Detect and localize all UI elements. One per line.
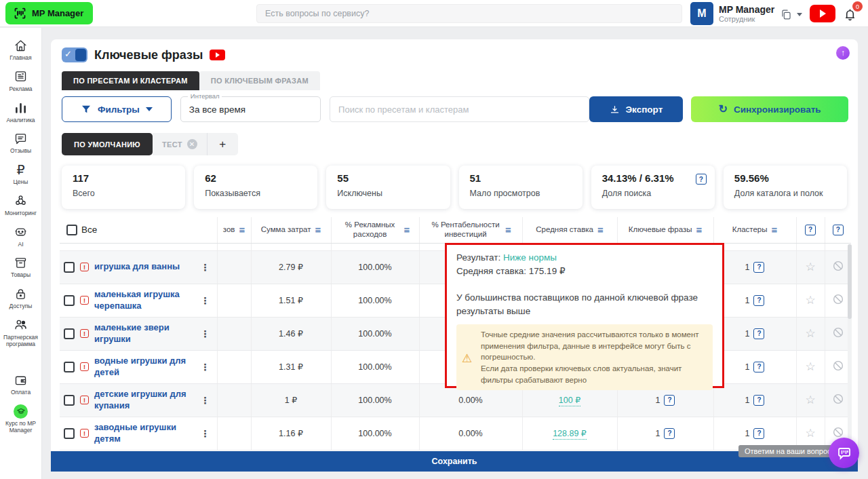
- row-checkbox[interactable]: [64, 362, 75, 372]
- exclude-icon[interactable]: [832, 293, 844, 307]
- help-icon[interactable]: ?: [753, 328, 764, 339]
- sidebar-item-partners[interactable]: Партнерская программа: [1, 318, 41, 348]
- row-checkbox[interactable]: [64, 428, 75, 439]
- filters-button[interactable]: Фильтры: [62, 96, 172, 122]
- help-icon[interactable]: ?: [805, 225, 816, 235]
- view-tabs: ПО ПРЕСЕТАМ И КЛАСТЕРАМ ПО КЛЮЧЕВЫМ ФРАЗ…: [62, 71, 320, 90]
- close-icon[interactable]: ✕: [187, 139, 197, 149]
- chat-button[interactable]: [829, 438, 859, 468]
- row-menu-icon[interactable]: ⋮: [197, 428, 214, 439]
- preset-tab-default[interactable]: ПО УМОЛЧАНИЮ: [62, 133, 153, 155]
- user-name: MP Manager: [719, 4, 774, 15]
- interval-select[interactable]: Интервал За все время: [180, 96, 321, 122]
- column-menu-icon[interactable]: ≡: [505, 225, 511, 235]
- save-button[interactable]: Сохранить: [51, 451, 858, 472]
- warning-triangle-icon: [462, 351, 475, 364]
- row-checkbox[interactable]: [64, 295, 75, 306]
- row-checkbox[interactable]: [64, 395, 75, 406]
- preset-search-input[interactable]: [330, 96, 589, 122]
- sidebar-item-home[interactable]: Главная: [1, 38, 41, 62]
- exclude-icon[interactable]: [832, 260, 844, 274]
- help-icon[interactable]: ?: [753, 428, 764, 439]
- scroll-top-button[interactable]: ↑: [836, 46, 850, 60]
- feature-toggle[interactable]: ✓: [62, 47, 87, 62]
- phrase-link[interactable]: игрушка для ванны: [94, 261, 191, 272]
- phrase-link[interactable]: маленькие звери игрушки: [94, 322, 191, 345]
- service-question-input[interactable]: [256, 4, 682, 23]
- export-button[interactable]: Экспорт: [589, 96, 683, 122]
- stat-total[interactable]: 117 Всего: [62, 166, 185, 209]
- favorite-star-icon[interactable]: ☆: [805, 394, 815, 406]
- phrase-link[interactable]: водные игрушки для детей: [94, 356, 191, 378]
- avg-bid-link[interactable]: 100 ₽: [559, 396, 580, 406]
- add-preset-tab-button[interactable]: +: [207, 133, 238, 155]
- help-icon[interactable]: ?: [753, 395, 764, 406]
- avatar[interactable]: M: [690, 2, 713, 25]
- favorite-star-icon[interactable]: ☆: [805, 294, 815, 307]
- column-menu-icon[interactable]: ≡: [404, 225, 410, 235]
- help-icon[interactable]: ?: [664, 395, 675, 406]
- logo-button[interactable]: MP Manager: [5, 2, 93, 24]
- help-icon[interactable]: ?: [753, 362, 764, 372]
- sidebar-item-products[interactable]: Товары: [1, 255, 41, 279]
- favorite-star-icon[interactable]: ☆: [805, 261, 815, 273]
- avg-bid-link[interactable]: 128.89 ₽: [553, 429, 587, 440]
- exclude-icon[interactable]: [832, 360, 844, 374]
- sidebar-item-monitoring[interactable]: Мониторинг: [1, 193, 41, 217]
- column-menu-icon[interactable]: ≡: [597, 225, 604, 235]
- sidebar-item-reviews[interactable]: Отзывы: [1, 131, 41, 155]
- row-menu-icon[interactable]: ⋮: [197, 295, 214, 306]
- row-checkbox[interactable]: [64, 262, 75, 273]
- notifications-button[interactable]: 0: [842, 5, 860, 24]
- exclude-icon[interactable]: [832, 393, 844, 407]
- select-all-checkbox[interactable]: [66, 225, 77, 235]
- help-icon[interactable]: ?: [833, 225, 844, 235]
- interval-label: Интервал: [188, 92, 222, 100]
- help-icon[interactable]: ?: [753, 262, 764, 273]
- sidebar-item-access[interactable]: Доступы: [1, 286, 41, 310]
- stat-excluded[interactable]: 55 Исключены: [326, 166, 450, 209]
- row-menu-icon[interactable]: ⋮: [197, 328, 214, 339]
- ad-spend-cell: 100.00%: [331, 417, 419, 450]
- favorite-star-icon[interactable]: ☆: [805, 327, 815, 340]
- phrase-link[interactable]: маленькая игрушка черепашка: [94, 289, 191, 311]
- user-menu[interactable]: M MP Manager Сотрудник: [690, 2, 774, 25]
- column-menu-icon[interactable]: ≡: [239, 225, 245, 235]
- help-icon[interactable]: ?: [753, 295, 764, 306]
- row-menu-icon[interactable]: ⋮: [197, 362, 214, 372]
- row-checkbox[interactable]: [64, 328, 75, 339]
- warning-icon: !: [80, 263, 89, 271]
- sync-button[interactable]: ↻ Синхронизировать: [691, 96, 848, 122]
- exclude-icon[interactable]: [832, 326, 844, 341]
- column-menu-icon[interactable]: ≡: [696, 225, 703, 235]
- row-menu-icon[interactable]: ⋮: [197, 262, 214, 273]
- row-menu-icon[interactable]: ⋮: [197, 395, 214, 406]
- sidebar-item-prices[interactable]: ₽ Цены: [1, 162, 41, 186]
- sidebar-item-course[interactable]: Курс по MP Manager: [1, 404, 41, 434]
- phrase-link[interactable]: детские игрушки для купания: [94, 389, 191, 411]
- stat-low-views[interactable]: 51 Мало просмотров: [459, 166, 583, 209]
- column-menu-icon[interactable]: ≡: [315, 225, 321, 235]
- title-youtube-icon[interactable]: [210, 50, 225, 60]
- help-icon[interactable]: ?: [664, 428, 675, 439]
- stat-search-share[interactable]: 34.13% / 6.31% Доля поиска ?: [591, 166, 715, 209]
- phrase-link[interactable]: заводные игрушки детям: [94, 422, 191, 444]
- help-icon[interactable]: ?: [696, 174, 707, 185]
- tab-presets-clusters[interactable]: ПО ПРЕСЕТАМ И КЛАСТЕРАМ: [62, 71, 199, 90]
- column-menu-icon[interactable]: ≡: [771, 225, 777, 235]
- favorite-star-icon[interactable]: ☆: [805, 427, 815, 440]
- sidebar-item-payment[interactable]: Оплата: [1, 372, 41, 396]
- sidebar-item-ai[interactable]: AI: [1, 225, 41, 248]
- favorite-star-icon[interactable]: ☆: [805, 360, 815, 373]
- column-avg-bid: Средняя ставка≡: [522, 217, 617, 243]
- sidebar-item-analytics[interactable]: Аналитика: [1, 100, 41, 124]
- sidebar-item-ads[interactable]: Реклама: [1, 69, 41, 93]
- table-scrollbar[interactable]: [848, 244, 852, 441]
- youtube-button[interactable]: [810, 5, 835, 22]
- stat-shown[interactable]: 62 Показывается: [194, 166, 317, 209]
- preset-tab-test[interactable]: ТЕСТ ✕: [153, 133, 207, 155]
- tab-keyword-phrases[interactable]: ПО КЛЮЧЕВЫМ ФРАЗАМ: [199, 71, 320, 90]
- stat-catalog-share[interactable]: 59.56% Доля каталога и полок: [724, 166, 847, 209]
- workspace-switcher[interactable]: [778, 7, 802, 22]
- ad-spend-cell: 100.00%: [331, 250, 419, 284]
